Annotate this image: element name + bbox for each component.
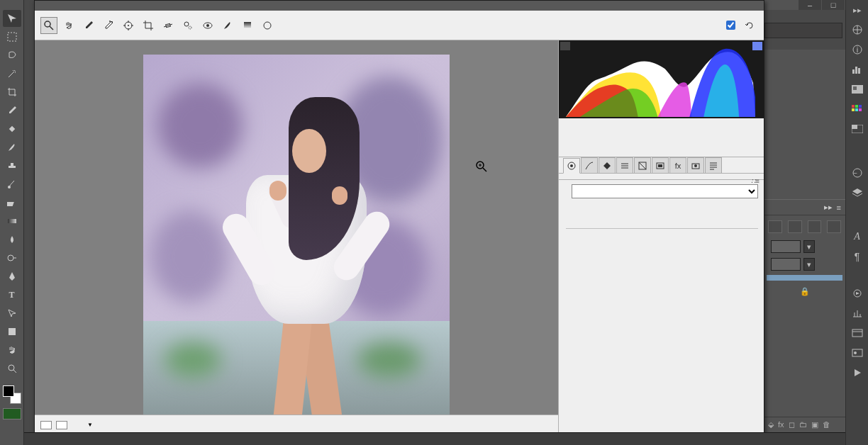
letter-a-icon[interactable]: A	[849, 228, 866, 245]
kuler-icon[interactable]	[849, 305, 866, 322]
lasso-tool-icon[interactable]	[3, 47, 21, 64]
properties-icon[interactable]	[849, 325, 866, 342]
zoom-ps-tool-icon[interactable]	[3, 360, 21, 377]
preview-image-placeholder	[143, 55, 450, 420]
stamp-tool-icon[interactable]	[3, 157, 21, 174]
folder-icon[interactable]: 🗀	[799, 420, 807, 429]
color-swatch[interactable]	[3, 385, 21, 404]
window-maximize-button[interactable]: □	[822, 0, 845, 10]
eraser-tool-icon[interactable]	[3, 194, 21, 211]
mask-icon[interactable]: ◻	[789, 420, 795, 429]
svg-rect-46	[658, 164, 662, 167]
lens-tab[interactable]	[652, 157, 669, 173]
split-tab[interactable]	[634, 157, 651, 173]
swatches-icon[interactable]	[849, 101, 866, 118]
new-layer-icon[interactable]: ▣	[811, 420, 818, 429]
highlight-clip-icon[interactable]	[752, 42, 762, 50]
workspace-selector[interactable]	[764, 23, 842, 38]
hand-icon[interactable]	[60, 17, 77, 34]
layers-shortcut-icon[interactable]	[849, 184, 866, 201]
paragraph-icon[interactable]: ¶	[849, 248, 866, 265]
wand-tool-icon[interactable]	[3, 65, 21, 82]
svg-point-2	[8, 186, 11, 188]
white-balance-icon[interactable]	[80, 17, 97, 34]
type-tool-icon[interactable]: T	[3, 286, 21, 303]
trash-icon[interactable]: 🗑	[823, 420, 830, 429]
play-icon[interactable]	[849, 364, 866, 381]
heal-tool-icon[interactable]	[3, 120, 21, 137]
crop-icon[interactable]	[140, 17, 157, 34]
rotate-icon[interactable]	[741, 17, 758, 34]
fill-input[interactable]	[771, 258, 801, 271]
svg-point-38	[206, 24, 209, 27]
path-panel-icon[interactable]	[808, 220, 822, 233]
preview-checkbox[interactable]	[726, 21, 738, 30]
blur-tool-icon[interactable]	[3, 231, 21, 248]
adjust-icon[interactable]	[849, 164, 866, 181]
color-icon[interactable]	[849, 81, 866, 98]
shadow-clip-icon[interactable]	[560, 42, 570, 50]
pen-tool-icon[interactable]	[3, 268, 21, 285]
shape-tool-icon[interactable]	[3, 323, 21, 340]
spot-removal-icon[interactable]	[179, 17, 196, 34]
redeye-icon[interactable]	[199, 17, 216, 34]
navigator-icon[interactable]	[849, 21, 866, 38]
basic-tab[interactable]	[563, 158, 580, 174]
detail-tab[interactable]	[599, 157, 616, 173]
collapse-icon[interactable]: ▸▸	[849, 1, 866, 18]
path-select-tool-icon[interactable]	[3, 305, 21, 322]
radial-filter-icon[interactable]	[259, 17, 276, 34]
camera-tab[interactable]	[687, 157, 704, 173]
fx-tab[interactable]: fx	[669, 157, 686, 173]
opacity-input[interactable]	[771, 240, 801, 253]
svg-point-48	[694, 164, 697, 167]
brush-presets-icon[interactable]	[849, 344, 866, 361]
link-layers-icon[interactable]: ⬙	[768, 420, 774, 429]
svg-rect-6	[9, 328, 16, 335]
history-brush-tool-icon[interactable]	[3, 176, 21, 193]
actions-icon[interactable]	[849, 285, 866, 302]
zoom-icon[interactable]	[40, 17, 57, 34]
para-panel-icon[interactable]	[788, 220, 802, 233]
status-bar	[24, 432, 845, 445]
crop-tool-icon[interactable]	[3, 84, 21, 101]
marquee-tool-icon[interactable]	[3, 28, 21, 45]
move-tool-icon[interactable]	[3, 10, 21, 27]
zoom-out-button[interactable]	[40, 421, 52, 429]
fx-icon[interactable]: fx	[778, 420, 784, 429]
panel-menu-icon[interactable]: ∷≡	[751, 177, 760, 185]
history-tab[interactable]: ▸▸≡	[764, 199, 845, 215]
svg-point-36	[189, 26, 191, 29]
quickmask-toggle[interactable]	[3, 408, 21, 419]
curve-tab[interactable]	[581, 157, 598, 173]
adjustment-brush-icon[interactable]	[219, 17, 236, 34]
wb-select[interactable]	[572, 184, 758, 198]
fill-dropdown-icon[interactable]: ▾	[803, 258, 815, 271]
hsl-tab[interactable]	[616, 157, 633, 173]
zoom-dropdown-icon[interactable]: ▼	[87, 422, 93, 428]
char-panel-icon[interactable]	[768, 220, 782, 233]
straighten-icon[interactable]	[160, 17, 177, 34]
svg-rect-23	[852, 125, 857, 129]
presets-tab[interactable]	[705, 157, 722, 173]
zoom-in-button[interactable]	[56, 421, 67, 429]
layer-item[interactable]	[767, 275, 842, 281]
opacity-dropdown-icon[interactable]: ▾	[803, 240, 815, 253]
info-icon[interactable]: i	[849, 41, 866, 58]
svg-point-33	[128, 25, 129, 26]
dodge-tool-icon[interactable]	[3, 249, 21, 266]
graduated-filter-icon[interactable]	[239, 17, 256, 34]
color-sampler-icon[interactable]	[100, 17, 117, 34]
brush-tool-icon[interactable]	[3, 139, 21, 156]
panel-tabs: fx	[559, 157, 764, 174]
panel-title: ∷≡	[559, 174, 764, 180]
window-minimize-button[interactable]: –	[799, 0, 821, 10]
eyedropper-tool-icon[interactable]	[3, 102, 21, 119]
target-adjust-icon[interactable]	[120, 17, 137, 34]
gradient-tool-icon[interactable]	[3, 213, 21, 230]
channel-panel-icon[interactable]	[827, 220, 841, 233]
image-preview[interactable]: ▼	[35, 40, 558, 434]
histogram-icon[interactable]	[849, 61, 866, 78]
styles-icon[interactable]	[849, 120, 866, 137]
hand-tool-icon[interactable]	[3, 342, 21, 359]
